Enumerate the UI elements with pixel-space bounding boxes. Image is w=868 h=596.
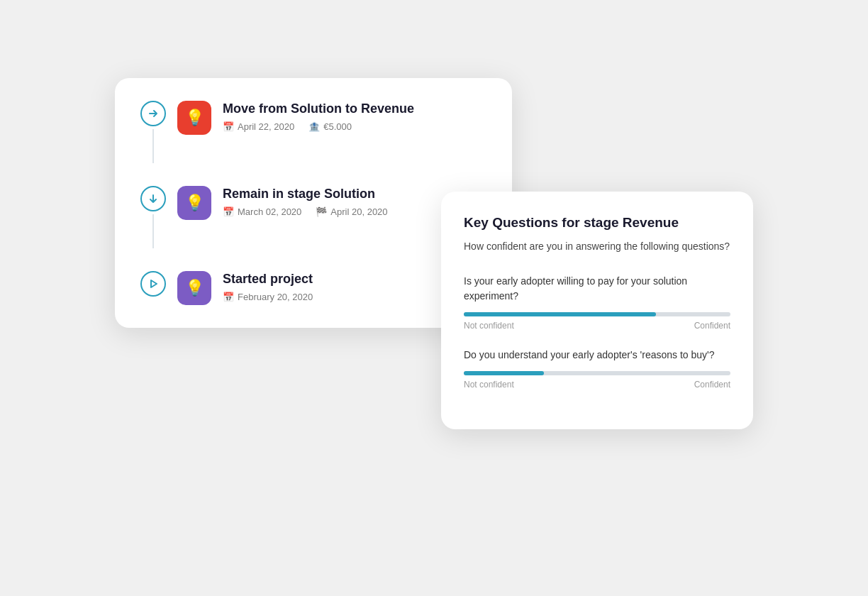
item-meta-2: 📅 March 02, 2020 🏁 April 20, 2020 [223, 206, 388, 217]
right-card-subtitle: How confident are you in answering the f… [464, 239, 730, 254]
circle-icon-arrow-down[interactable] [140, 186, 166, 211]
item-meta-1: 📅 April 22, 2020 🏦 €5.000 [223, 121, 414, 132]
slider-label-left-2: Not confident [464, 380, 514, 390]
slider-labels-1: Not confident Confident [464, 321, 730, 331]
slider-labels-2: Not confident Confident [464, 380, 730, 390]
item-icon-purple-3: 💡 [177, 271, 211, 305]
timeline-item-remain-solution: 💡 Remain in stage Solution 📅 March 02, 2… [140, 186, 486, 248]
question-block-1: Is your early adopter willing to pay for… [464, 274, 730, 331]
meta-flag-2: 🏁 April 20, 2020 [316, 206, 387, 217]
card-right: Key Questions for stage Revenue How conf… [441, 192, 753, 429]
item-title-3: Started project [223, 271, 313, 287]
meta-date-2: 📅 March 02, 2020 [223, 206, 301, 217]
flag-icon-2: 🏁 [316, 206, 327, 217]
slider-track-2[interactable] [464, 371, 730, 375]
slider-container-2: Not confident Confident [464, 371, 730, 390]
slider-fill-1 [464, 312, 656, 316]
slider-fill-2 [464, 371, 544, 375]
slider-container-1: Not confident Confident [464, 312, 730, 331]
timeline-item-started-project: 💡 Started project 📅 February 20, 2020 [140, 271, 486, 305]
item-row-3: 💡 Started project 📅 February 20, 2020 [177, 271, 313, 305]
timeline-line-2 [152, 214, 154, 248]
item-icon-red-1: 💡 [177, 101, 211, 135]
item-row-1: 💡 Move from Solution to Revenue 📅 April … [177, 101, 414, 135]
slider-label-left-1: Not confident [464, 321, 514, 331]
calendar-icon-3: 📅 [223, 292, 234, 302]
timeline-connector-3 [140, 271, 166, 297]
item-content-3: Started project 📅 February 20, 2020 [223, 271, 313, 302]
item-title-2: Remain in stage Solution [223, 186, 388, 202]
item-content-1: Move from Solution to Revenue 📅 April 22… [223, 101, 414, 132]
slider-label-right-1: Confident [694, 321, 730, 331]
circle-icon-arrow-right[interactable] [140, 101, 166, 126]
timeline-connector-1 [140, 101, 166, 163]
question-block-2: Do you understand your early adopter's '… [464, 348, 730, 390]
right-card-title: Key Questions for stage Revenue [464, 214, 730, 232]
circle-icon-play[interactable] [140, 271, 166, 297]
timeline-line-1 [152, 129, 154, 163]
item-title-1: Move from Solution to Revenue [223, 101, 414, 117]
meta-money-1: 🏦 €5.000 [308, 121, 352, 132]
timeline-connector-2 [140, 186, 166, 248]
timeline-item-move-revenue: 💡 Move from Solution to Revenue 📅 April … [140, 101, 486, 163]
question-text-2: Do you understand your early adopter's '… [464, 348, 730, 363]
calendar-icon-2: 📅 [223, 206, 234, 217]
meta-date-1: 📅 April 22, 2020 [223, 121, 294, 132]
scene: 💡 Move from Solution to Revenue 📅 April … [115, 50, 753, 546]
calendar-icon-1: 📅 [223, 121, 234, 132]
question-text-1: Is your early adopter willing to pay for… [464, 274, 730, 304]
item-row-2: 💡 Remain in stage Solution 📅 March 02, 2… [177, 186, 388, 220]
slider-track-1[interactable] [464, 312, 730, 316]
item-icon-purple-2: 💡 [177, 186, 211, 220]
item-content-2: Remain in stage Solution 📅 March 02, 202… [223, 186, 388, 217]
money-icon-1: 🏦 [308, 121, 320, 132]
item-meta-3: 📅 February 20, 2020 [223, 292, 313, 302]
meta-date-3: 📅 February 20, 2020 [223, 292, 313, 302]
slider-label-right-2: Confident [694, 380, 730, 390]
